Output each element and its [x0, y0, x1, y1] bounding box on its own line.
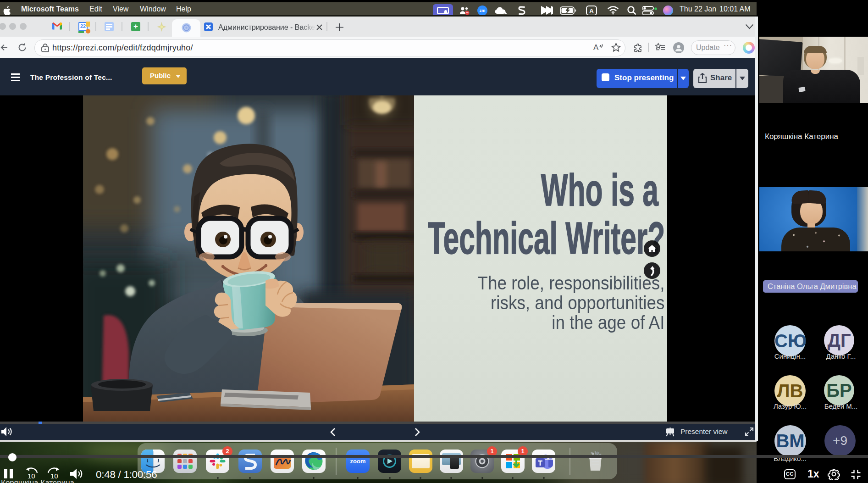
svg-text:A: A	[589, 7, 594, 14]
svg-text:A: A	[593, 43, 599, 52]
